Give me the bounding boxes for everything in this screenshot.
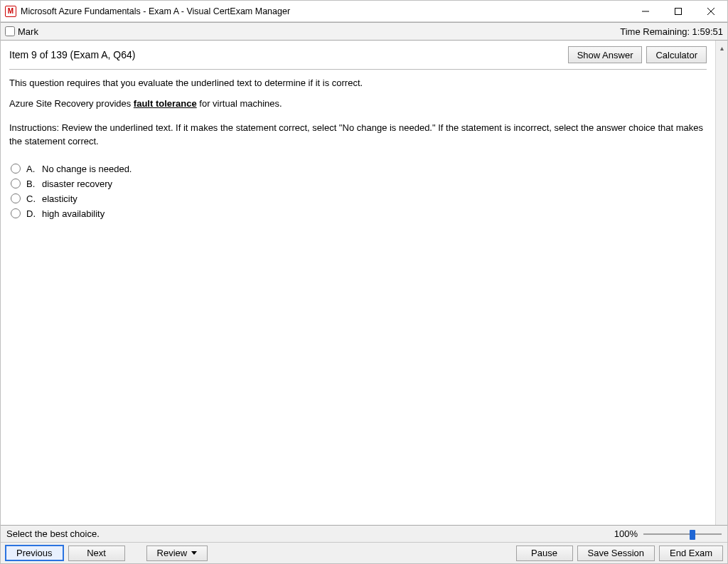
question-intro: This question requires that you evaluate…: [9, 77, 707, 90]
minimize-icon: [642, 8, 649, 15]
content-area: Item 9 of 139 (Exam A, Q64) Show Answer …: [1, 41, 715, 525]
maximize-icon: [675, 8, 682, 15]
app-icon: M: [5, 6, 16, 17]
show-answer-button[interactable]: Show Answer: [568, 46, 643, 63]
review-label: Review: [157, 548, 188, 558]
question-instructions: Instructions: Review the underlined text…: [9, 122, 707, 149]
stmt-post: for virtual machines.: [197, 98, 282, 109]
stmt-underlined: fault tolerance: [134, 98, 197, 109]
close-button[interactable]: [695, 1, 727, 22]
save-session-button[interactable]: Save Session: [577, 546, 655, 561]
choice-c-radio[interactable]: [11, 193, 21, 203]
maximize-button[interactable]: [662, 1, 695, 22]
content-wrap: Item 9 of 139 (Exam A, Q64) Show Answer …: [1, 41, 727, 525]
vertical-scrollbar[interactable]: ▴: [715, 41, 727, 525]
choice-a-radio[interactable]: [11, 164, 21, 174]
calculator-button[interactable]: Calculator: [646, 46, 707, 63]
choice-b-letter: B.: [26, 179, 42, 189]
mark-checkbox[interactable]: [5, 26, 15, 36]
choice-d-text: high availability: [42, 208, 105, 219]
chevron-down-icon: [191, 551, 197, 555]
zoom-level: 100%: [614, 528, 638, 539]
zoom-slider-track: [643, 533, 722, 535]
choice-d[interactable]: D. high availability: [9, 206, 707, 221]
status-bar: Select the best choice. 100%: [1, 525, 727, 542]
item-header: Item 9 of 139 (Exam A, Q64) Show Answer …: [9, 46, 707, 70]
item-label: Item 9 of 139 (Exam A, Q64): [9, 49, 135, 60]
choice-a-letter: A.: [26, 164, 42, 174]
next-button[interactable]: Next: [68, 546, 125, 561]
review-button[interactable]: Review: [146, 546, 208, 561]
previous-button[interactable]: Previous: [5, 545, 64, 561]
choice-c-letter: C.: [26, 193, 42, 204]
mark-bar: Mark Time Remaining: 1:59:51: [1, 22, 727, 41]
titlebar: M Microsoft Azure Fundamentals - Exam A …: [1, 1, 727, 22]
choice-b-radio[interactable]: [11, 179, 21, 188]
choice-a-text: No change is needed.: [42, 164, 132, 174]
zoom-slider-thumb[interactable]: [690, 530, 695, 540]
status-instruction: Select the best choice.: [6, 528, 100, 539]
answer-choices: A. No change is needed. B. disaster reco…: [9, 161, 707, 221]
window-title: Microsoft Azure Fundamentals - Exam A - …: [21, 6, 290, 16]
mark-label: Mark: [18, 26, 38, 37]
minimize-button[interactable]: [629, 1, 662, 22]
svg-rect-1: [675, 8, 682, 14]
end-exam-button[interactable]: End Exam: [659, 546, 723, 561]
choice-b[interactable]: B. disaster recovery: [9, 176, 707, 191]
app-window: M Microsoft Azure Fundamentals - Exam A …: [0, 0, 728, 564]
stmt-pre: Azure Site Recovery provides: [9, 98, 134, 109]
button-bar: Previous Next Review Pause Save Session …: [1, 542, 727, 563]
question-statement: Azure Site Recovery provides fault toler…: [9, 98, 707, 109]
pause-button[interactable]: Pause: [516, 546, 573, 561]
choice-c-text: elasticity: [42, 193, 77, 204]
choice-a[interactable]: A. No change is needed.: [9, 161, 707, 176]
scroll-up-icon[interactable]: ▴: [716, 42, 728, 54]
choice-d-radio[interactable]: [11, 208, 21, 218]
close-icon: [707, 8, 714, 15]
choice-b-text: disaster recovery: [42, 179, 112, 189]
time-remaining: Time Remaining: 1:59:51: [620, 26, 723, 37]
choice-d-letter: D.: [26, 208, 42, 219]
zoom-slider[interactable]: [643, 528, 722, 540]
choice-c[interactable]: C. elasticity: [9, 191, 707, 206]
